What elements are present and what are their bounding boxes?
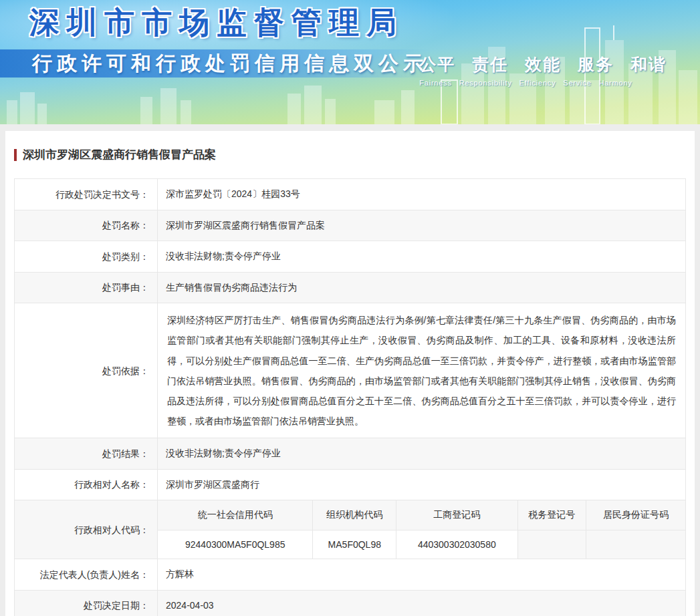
field-label: 处罚名称： [15,210,158,241]
field-value: 深市监罗处罚〔2024〕桂园33号 [158,179,686,210]
party-codes-cell: 统一社会信用代码 组织机构代码 工商登记码 税务登记号 居民身份证号码 9244… [158,500,686,559]
code-col-header: 税务登记号 [517,500,586,530]
field-value: 深圳经济特区严厉打击生产、销售假冒伪劣商品违法行为条例/第七章法律责任/第三十九… [158,303,686,438]
row-penalty-category: 处罚类别： 没收非法财物;责令停产停业 [15,241,686,273]
title-accent-bar [14,149,17,161]
site-title: 深圳市市场监督管理局 [29,3,404,43]
field-value: 2024-04-03 [158,590,686,616]
code-col-header: 工商登记码 [396,500,517,530]
party-codes-table: 统一社会信用代码 组织机构代码 工商登记码 税务登记号 居民身份证号码 9244… [158,500,685,559]
field-value: 深圳市罗湖区震盛商行销售假冒产品案 [158,210,686,241]
field-label: 法定代表人(负责人)姓名： [15,559,158,591]
field-label: 处罚事由： [15,272,158,303]
code-col-header: 统一社会信用代码 [158,500,313,530]
field-value: 深圳市罗湖区震盛商行 [158,469,686,500]
slogan-chinese: 公平 责任 效能 服务 和谐 [419,53,667,75]
field-value: 生产销售假冒伪劣商品违法行为 [158,272,686,303]
penalty-detail-table: 行政处罚决定书文号： 深市监罗处罚〔2024〕桂园33号 处罚名称： 深圳市罗湖… [14,178,686,616]
codes-value-row: 92440300MA5F0QL985 MA5F0QL98 44030030203… [158,530,685,559]
code-value: MA5F0QL98 [313,530,396,559]
codes-header-row: 统一社会信用代码 组织机构代码 工商登记码 税务登记号 居民身份证号码 [158,500,685,530]
row-decision-date: 处罚决定日期： 2024-04-03 [15,590,686,616]
banner-subtitle: 行政许可和行政处罚信用信息双公示 [32,50,428,78]
row-party-name: 行政相对人名称： 深圳市罗湖区震盛商行 [15,469,686,500]
field-value: 没收非法财物;责令停产停业 [158,241,686,273]
field-label: 行政相对人代码： [15,500,158,559]
row-penalty-name: 处罚名称： 深圳市罗湖区震盛商行销售假冒产品案 [15,210,686,241]
slogan-english: Fairness Responsibility Efficiency Servi… [419,79,667,87]
field-value: 方辉林 [158,559,686,591]
code-col-header: 组织机构代码 [313,500,396,530]
code-value [517,530,586,559]
row-penalty-basis: 处罚依据： 深圳经济特区严厉打击生产、销售假冒伪劣商品违法行为条例/第七章法律责… [15,303,686,438]
code-value [586,530,685,559]
field-label: 处罚决定日期： [15,590,158,616]
row-party-codes: 行政相对人代码： 统一社会信用代码 组织机构代码 工商登记码 税 [15,500,686,559]
site-banner: 深圳市市场监督管理局 行政许可和行政处罚信用信息双公示 公平 责任 效能 服务 … [0,0,700,124]
code-value: 440300302030580 [396,530,517,559]
field-label: 处罚类别： [15,241,158,273]
row-penalty-reason: 处罚事由： 生产销售假冒伪劣商品违法行为 [15,272,686,303]
field-value: 没收非法财物;责令停产停业 [158,438,686,469]
field-label: 处罚依据： [15,303,158,438]
page-title: 深圳市罗湖区震盛商行销售假冒产品案 [23,147,216,162]
page-title-row: 深圳市罗湖区震盛商行销售假冒产品案 [14,147,686,162]
code-value: 92440300MA5F0QL985 [158,530,313,559]
code-col-header: 居民身份证号码 [586,500,685,530]
field-label: 处罚结果： [15,438,158,469]
banner-slogans: 公平 责任 效能 服务 和谐 Fairness Responsibility E… [419,53,667,87]
content-panel: 深圳市罗湖区震盛商行销售假冒产品案 行政处罚决定书文号： 深市监罗处罚〔2024… [5,131,695,616]
field-label: 行政相对人名称： [15,469,158,500]
row-penalty-result: 处罚结果： 没收非法财物;责令停产停业 [15,438,686,469]
field-label: 行政处罚决定书文号： [15,179,158,210]
row-decision-number: 行政处罚决定书文号： 深市监罗处罚〔2024〕桂园33号 [15,179,686,210]
banner-ribbon: 行政许可和行政处罚信用信息双公示 [0,49,431,78]
row-legal-representative: 法定代表人(负责人)姓名： 方辉林 [15,559,686,591]
